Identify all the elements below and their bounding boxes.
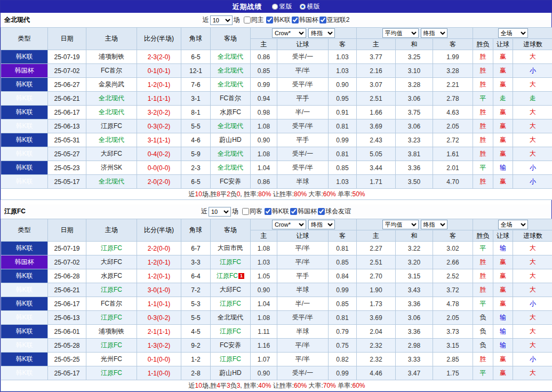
eu-stage-select[interactable]: 终指 (421, 220, 447, 229)
col-header-handicap: 让球 (277, 230, 329, 242)
summary-segment: 平 (220, 190, 227, 198)
col-header-home: 主场 (86, 219, 137, 242)
result-cell: 负 (473, 311, 493, 325)
eu-away-odds-cell: 2.66 (433, 255, 473, 269)
result-cell: 胜 (473, 64, 493, 78)
eu-draw-odds-cell: 3.81 (396, 147, 433, 161)
date-cell: 25-05-17 (48, 366, 86, 380)
eu-draw-odds-cell: 3.33 (396, 353, 433, 366)
result-cell: 平 (473, 297, 493, 311)
eu-source-select[interactable]: 平均值 (382, 28, 419, 38)
results-body: 韩K联25-07-19浦项制铁2-3(2-0)6-5全北现代0.86受半/一1.… (1, 50, 552, 189)
corners-cell: 2-8 (181, 366, 211, 380)
eu-draw-odds-cell: 3.06 (396, 119, 433, 133)
result-cell: 负 (473, 339, 493, 353)
asia-stage-select[interactable]: 终指 (308, 28, 335, 38)
summary-segment: 让胜率: (271, 382, 294, 389)
summary-segment: 让胜率: (271, 190, 294, 198)
league-filter[interactable]: 韩国杯 (290, 207, 317, 216)
league-filter-checkbox[interactable] (318, 208, 325, 215)
col-header-goals: 进球数 (513, 39, 552, 50)
scope-select[interactable]: 全场 (498, 28, 528, 38)
league-filter[interactable]: 韩K联 (265, 207, 289, 216)
goals-result-cell: 大 (513, 269, 552, 283)
league-filter-checkbox[interactable] (319, 17, 326, 23)
away-team-cell: 全北现代 (211, 147, 251, 161)
eu-home-odds-cell: 2.16 (357, 64, 396, 78)
radio-selected-icon (300, 4, 306, 10)
goals-result-cell: 小 (513, 297, 552, 311)
goals-result-cell: 大 (513, 366, 552, 380)
league-filter-label: 韩K联 (272, 207, 289, 216)
league-filter-checkbox[interactable] (266, 17, 273, 23)
asia-home-odds-cell: 1.07 (251, 353, 277, 366)
asia-away-odds-cell: 0.99 (329, 283, 357, 297)
league-filter-checkbox[interactable] (290, 208, 297, 215)
goals-result-cell: 大 (513, 106, 552, 119)
asia-source-select[interactable]: Crow* (272, 220, 306, 229)
result-cell: 胜 (473, 147, 493, 161)
layout-radio[interactable]: 横版 (300, 2, 320, 11)
asia-source-select[interactable]: Crow* (272, 28, 306, 38)
eu-draw-odds-cell: 3.43 (396, 283, 433, 297)
scope-select[interactable]: 全场 (498, 220, 528, 229)
away-team-cell: 蔚山HD (211, 133, 251, 147)
eu-home-odds-cell: 5.05 (357, 147, 396, 161)
summary-segment: 8 (217, 190, 220, 198)
match-row: 韩K联25-06-13江原FC0-3(0-2)5-5全北现代1.08受平/半0.… (1, 311, 552, 325)
eu-draw-odds-cell: 3.36 (396, 325, 433, 339)
corners-cell: 5-5 (181, 119, 211, 133)
eu-draw-odds-cell: 3.50 (396, 175, 433, 189)
score-cell: 1-2(0-1) (137, 255, 181, 269)
col-header-asia-home: 主 (251, 230, 277, 242)
league-filter[interactable]: 韩K联 (266, 15, 291, 25)
league-filter-checkbox[interactable] (292, 17, 299, 23)
asia-away-odds-cell: 0.81 (329, 147, 357, 161)
layout-radio[interactable]: 竖版 (272, 2, 292, 11)
league-cell: 韩国杯 (1, 255, 48, 269)
league-cell: 韩K联 (1, 242, 48, 255)
date-cell: 25-06-21 (48, 283, 86, 297)
handicap-result-cell: 赢 (493, 283, 513, 297)
handicap-cell: 受平/半 (277, 78, 329, 92)
home-team-cell: 大邱FC (86, 147, 137, 161)
col-header-handicap: 让球 (277, 39, 329, 50)
same-venue-checkbox[interactable] (242, 208, 249, 215)
goals-result-cell: 小 (513, 353, 552, 366)
same-venue-filter[interactable]: 同主 (244, 15, 264, 25)
corners-cell: 6-7 (181, 242, 211, 255)
eu-draw-odds-cell: 3.23 (396, 133, 433, 147)
home-team-cell: FC首尔 (86, 64, 137, 78)
col-header-date: 日期 (48, 219, 86, 242)
eu-draw-odds-cell: 3.75 (396, 106, 433, 119)
near-label: 近 (201, 207, 207, 216)
asia-odds-group-header: Crow* 终指 (251, 219, 357, 230)
date-cell: 25-06-17 (48, 297, 86, 311)
games-count-select[interactable]: 10 (209, 207, 231, 217)
asia-away-odds-cell: 1.03 (329, 64, 357, 78)
eu-stage-select[interactable]: 终指 (421, 28, 447, 38)
col-header-score: 比分(半场) (137, 219, 181, 242)
goals-result-cell: 大 (513, 255, 552, 269)
league-filter-checkbox[interactable] (265, 208, 271, 215)
eu-away-odds-cell: 2.05 (433, 311, 473, 325)
away-team-cell: FC安养 (211, 175, 251, 189)
same-venue-filter[interactable]: 同客 (242, 207, 262, 216)
eu-home-odds-cell: 3.77 (357, 50, 396, 64)
handicap-cell: 平/半 (277, 255, 329, 269)
same-venue-checkbox[interactable] (244, 17, 251, 23)
eu-source-select[interactable]: 平均值 (382, 220, 419, 229)
col-header-eu-away: 客 (433, 230, 473, 242)
league-filter[interactable]: 韩国杯 (292, 15, 318, 25)
date-cell: 25-06-27 (48, 78, 86, 92)
away-team-cell: 全北现代 (211, 64, 251, 78)
eu-draw-odds-cell: 3.22 (396, 242, 433, 255)
league-filter[interactable]: 亚冠联2 (319, 15, 350, 25)
asia-home-odds-cell: 0.86 (251, 175, 277, 189)
league-filter[interactable]: 球会友谊 (318, 207, 351, 216)
asia-stage-select[interactable]: 终指 (308, 220, 335, 229)
date-cell: 25-06-17 (48, 106, 86, 119)
eu-home-odds-cell: 2.51 (357, 92, 396, 106)
games-count-select[interactable]: 10 (210, 15, 233, 25)
asia-away-odds-cell: 1.03 (329, 175, 357, 189)
